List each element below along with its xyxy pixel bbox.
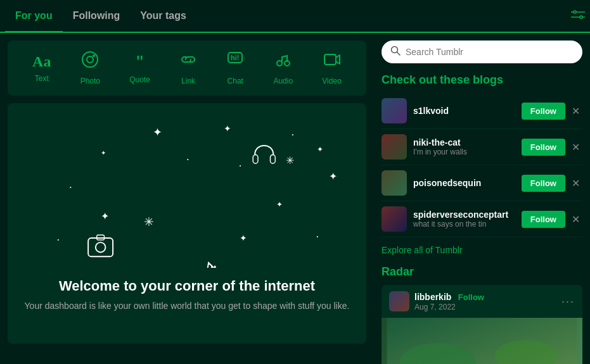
blog-info: niki-the-catI'm in your walls	[413, 137, 522, 156]
radar-card: libberkib Follow Aug 7, 2022 ···	[382, 285, 582, 364]
svg-rect-13	[324, 54, 336, 65]
blog-name: poisonedsequin	[413, 178, 522, 188]
post-type-photo[interactable]: Photo	[80, 51, 100, 85]
post-type-quote-label: Quote	[129, 75, 150, 84]
svg-line-47	[397, 53, 401, 56]
blog-name: s1lkvoid	[413, 106, 522, 116]
post-type-audio-label: Audio	[273, 77, 293, 85]
explore-all-link[interactable]: Explore all of Tumblr	[382, 245, 582, 255]
svg-rect-33	[253, 155, 258, 164]
post-type-chat-label: Chat	[228, 77, 243, 85]
text-icon: Aa	[32, 53, 51, 70]
blog-info: spiderverseconceptartwhat it says on the…	[413, 210, 522, 229]
link-icon	[179, 51, 197, 73]
svg-point-7	[87, 56, 93, 63]
svg-text:•: •	[317, 234, 319, 239]
svg-rect-30	[88, 238, 113, 256]
header-right	[571, 8, 585, 25]
quote-icon: "	[136, 53, 143, 72]
svg-rect-34	[271, 155, 276, 164]
svg-text:✳: ✳	[286, 155, 294, 166]
blog-item: niki-the-catI'm in your wallsFollow✕	[382, 129, 582, 165]
welcome-subtitle: Your dashboard is like your own little w…	[25, 299, 350, 313]
tab-your-tags[interactable]: Your tags	[130, 0, 196, 33]
post-type-link[interactable]: Link	[179, 51, 197, 85]
svg-point-8	[93, 54, 95, 57]
blog-actions: Follow✕	[522, 139, 582, 156]
follow-button[interactable]: Follow	[522, 175, 565, 192]
banner-illustration: ✦ ✦ ✦ ✦ ✦ • • • • ✦ ✦ • • ✦ ✳ ✳	[20, 116, 354, 268]
radar-title: Radar	[382, 265, 582, 279]
blog-name: niki-the-cat	[413, 137, 522, 147]
blog-desc: what it says on the tin	[413, 220, 522, 229]
search-bar	[382, 41, 582, 63]
radar-more-button[interactable]: ···	[561, 295, 575, 308]
tab-for-you[interactable]: For you	[5, 0, 63, 33]
dismiss-blog-button[interactable]: ✕	[569, 211, 582, 228]
svg-point-11	[277, 61, 282, 66]
svg-text:hi!: hi!	[231, 54, 239, 61]
svg-text:•: •	[187, 156, 189, 162]
svg-text:✦: ✦	[276, 200, 283, 208]
blog-avatar	[382, 206, 407, 232]
follow-button[interactable]: Follow	[522, 211, 565, 228]
svg-text:•: •	[292, 132, 294, 137]
welcome-banner: ✦ ✦ ✦ ✦ ✦ • • • • ✦ ✦ • • ✦ ✳ ✳	[8, 103, 366, 344]
post-type-audio[interactable]: Audio	[273, 51, 293, 85]
welcome-title: Welcome to your corner of the internet	[59, 278, 315, 294]
blog-item: s1lkvoidFollow✕	[382, 93, 582, 129]
blog-actions: Follow✕	[522, 103, 582, 120]
blog-name: spiderverseconceptart	[413, 210, 522, 220]
radar-avatar	[389, 291, 409, 311]
svg-text:•: •	[240, 163, 241, 168]
blog-info: s1lkvoid	[413, 106, 522, 116]
blog-item: spiderverseconceptartwhat it says on the…	[382, 201, 582, 237]
post-type-video[interactable]: Video	[322, 51, 341, 85]
post-type-text-label: Text	[35, 74, 49, 83]
tab-following[interactable]: Following	[63, 0, 131, 33]
follow-button[interactable]: Follow	[522, 103, 565, 120]
radar-card-header: libberkib Follow Aug 7, 2022 ···	[382, 285, 582, 318]
radar-date: Aug 7, 2022	[414, 303, 561, 311]
main-content: Aa Text Photo " Quote	[0, 33, 590, 364]
right-panel: Check out these blogs s1lkvoidFollow✕nik…	[374, 33, 590, 364]
follow-button[interactable]: Follow	[522, 139, 565, 156]
left-panel: Aa Text Photo " Quote	[0, 33, 374, 364]
blog-avatar	[382, 134, 407, 160]
post-type-quote[interactable]: " Quote	[129, 53, 150, 84]
search-input[interactable]	[406, 47, 574, 57]
svg-text:✦: ✦	[240, 234, 247, 243]
dismiss-blog-button[interactable]: ✕	[569, 175, 582, 192]
check-out-blogs-title: Check out these blogs	[382, 73, 582, 87]
chat-icon: hi!	[226, 51, 244, 73]
svg-text:✦: ✦	[317, 145, 323, 153]
post-type-photo-label: Photo	[80, 77, 100, 85]
svg-point-6	[82, 52, 98, 67]
post-type-video-label: Video	[322, 77, 341, 85]
radar-username: libberkib	[414, 292, 451, 302]
header: For you Following Your tags	[0, 0, 590, 33]
svg-text:•: •	[70, 184, 72, 190]
video-icon	[323, 51, 341, 73]
audio-icon	[274, 51, 292, 73]
blog-avatar	[382, 98, 407, 123]
blog-avatar	[382, 170, 407, 196]
blog-actions: Follow✕	[522, 175, 582, 192]
dismiss-blog-button[interactable]: ✕	[569, 139, 582, 156]
camera-icon	[81, 51, 99, 73]
svg-text:✦: ✦	[224, 124, 231, 134]
settings-icon[interactable]	[571, 10, 585, 24]
post-type-chat[interactable]: hi! Chat	[226, 51, 244, 85]
svg-text:✦: ✦	[101, 149, 106, 156]
check-out-blogs-section: Check out these blogs s1lkvoidFollow✕nik…	[382, 73, 582, 255]
blog-actions: Follow✕	[522, 211, 582, 228]
radar-image	[382, 318, 582, 364]
post-type-text[interactable]: Aa Text	[32, 53, 51, 83]
dismiss-blog-button[interactable]: ✕	[569, 103, 582, 120]
radar-section: Radar libberkib Follow Aug 7, 2022 ···	[382, 265, 582, 364]
blog-desc: I'm in your walls	[413, 147, 522, 156]
radar-follow-inline[interactable]: Follow	[458, 292, 484, 302]
search-icon	[390, 46, 401, 58]
svg-text:✦: ✦	[329, 171, 337, 182]
svg-text:✳: ✳	[144, 215, 154, 229]
